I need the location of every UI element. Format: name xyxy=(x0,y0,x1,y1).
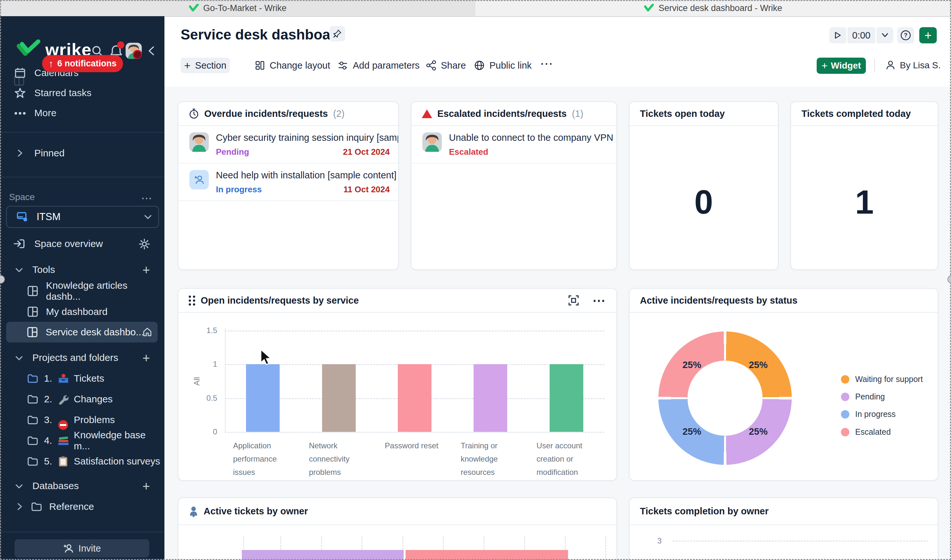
legend-dot xyxy=(841,375,849,383)
share-button[interactable]: Share xyxy=(426,58,466,73)
space-overview-icon xyxy=(13,238,26,249)
horizontal-bar-chart: Lisa Simpson xyxy=(179,525,616,560)
chevron-down-icon xyxy=(143,213,152,221)
space-more-icon[interactable]: ⋯ xyxy=(141,192,153,205)
itsm-space-icon xyxy=(17,212,28,222)
widget-overdue-incidents: Overdue incidents/requests (2) Cyber sec… xyxy=(178,101,399,270)
sidebar-item-pinned[interactable]: Pinned xyxy=(0,143,165,163)
sidebar-item-changes[interactable]: 2. Changes xyxy=(0,389,165,409)
share-icon xyxy=(426,60,436,71)
folder-icon xyxy=(27,457,38,466)
timer-dropdown-button[interactable] xyxy=(877,27,893,43)
bar-4[interactable] xyxy=(549,364,583,432)
add-project-icon[interactable]: + xyxy=(142,351,150,365)
bar-3[interactable] xyxy=(474,364,507,432)
gridline xyxy=(225,432,604,433)
bar-2[interactable] xyxy=(398,364,431,432)
sidebar-item-label: Satisfaction surveys xyxy=(74,456,160,467)
drag-handle-icon[interactable] xyxy=(189,295,195,306)
share-label: Share xyxy=(441,60,466,71)
section-label: Section xyxy=(195,60,226,71)
toolbar-more-button[interactable]: ⋯ xyxy=(540,56,554,71)
sidebar-item-more[interactable]: More xyxy=(0,103,165,123)
create-new-button[interactable]: + xyxy=(919,27,937,43)
gridline xyxy=(605,536,606,560)
widget-count: (2) xyxy=(333,108,345,119)
sidebar-section-databases[interactable]: Databases + xyxy=(0,476,165,496)
byline[interactable]: By Lisa S. xyxy=(886,58,941,73)
change-layout-button[interactable]: Change layout xyxy=(255,58,330,73)
task-title: Unable to connect to the company VPN [sa… xyxy=(449,132,616,143)
mouse-cursor xyxy=(259,349,273,366)
x-axis-label: Password reset xyxy=(385,439,451,452)
person-bust-icon xyxy=(189,506,199,517)
folder-icon xyxy=(27,436,38,445)
no-entry-icon xyxy=(58,420,68,430)
sidebar-item-problems[interactable]: 3. Problems xyxy=(0,410,165,430)
sidebar-item-knowledge-base[interactable]: 4. Knowledge base m... xyxy=(0,431,165,451)
legend-item: In progress xyxy=(841,409,896,419)
books-icon xyxy=(58,436,69,446)
clipboard-icon xyxy=(58,456,68,467)
sidebar: wrike ↑ 6 notifications Calenda xyxy=(0,16,165,560)
widget-more-icon[interactable]: ⋯ xyxy=(592,293,606,308)
legend-item: Waiting for support xyxy=(841,374,923,384)
sidebar-item-reference[interactable]: Reference xyxy=(0,497,165,517)
public-link-button[interactable]: Public link xyxy=(474,58,532,73)
add-section-button[interactable]: + Section xyxy=(181,58,230,73)
sidebar-item-knowledge-articles-dashboard[interactable]: Knowledge articles dashb... xyxy=(0,281,165,301)
bar-0[interactable] xyxy=(246,364,280,432)
globe-icon xyxy=(474,60,485,71)
sliders-icon xyxy=(337,60,348,71)
item-number: 2. xyxy=(44,394,52,405)
focus-icon[interactable] xyxy=(568,295,579,306)
sidebar-item-service-desk-dashboard[interactable]: Service desk dashbo... xyxy=(6,322,158,343)
sidebar-item-tickets[interactable]: 1. Tickets xyxy=(0,368,165,388)
task-row[interactable]: Need help with installation [sample cont… xyxy=(179,163,398,201)
sidebar-item-label: Space overview xyxy=(34,238,103,249)
sidebar-section-projects[interactable]: Projects and folders + xyxy=(0,348,165,368)
widget-title: Tickets completion by owner xyxy=(640,506,769,517)
help-button[interactable]: ? xyxy=(897,27,914,43)
slice-label: 25% xyxy=(749,426,768,437)
gridline xyxy=(225,331,604,331)
add-parameters-button[interactable]: Add parameters xyxy=(337,58,420,73)
sidebar-item-starred-tasks[interactable]: Starred tasks xyxy=(0,83,165,103)
gear-icon[interactable] xyxy=(138,238,150,250)
browser-tab-go-to-market[interactable]: Go-To-Market - Wrike xyxy=(0,0,476,16)
timer-display[interactable]: 0:00 xyxy=(848,27,875,43)
x-axis-label: Network connectivityproblems xyxy=(309,439,375,479)
bar-segment-Escalated[interactable] xyxy=(406,550,568,560)
avatar xyxy=(422,132,442,152)
sidebar-item-my-dashboard[interactable]: My dashboard xyxy=(0,302,165,322)
sidebar-item-space-overview[interactable]: Space overview xyxy=(0,234,165,254)
divider xyxy=(0,132,165,133)
invite-button[interactable]: Invite xyxy=(15,539,149,557)
add-widget-button[interactable]: + Widget xyxy=(817,58,866,74)
dashboard-icon xyxy=(27,286,38,297)
play-button[interactable] xyxy=(829,27,846,43)
due-date: 11 Oct 2024 xyxy=(343,185,390,195)
change-layout-label: Change layout xyxy=(269,60,330,71)
browser-tab-service-desk[interactable]: Service desk dashboard - Wrike xyxy=(476,0,951,16)
sidebar-item-label: Service desk dashbo... xyxy=(46,327,144,338)
status-badge: Escalated xyxy=(449,147,488,157)
bar-segment-Pending[interactable] xyxy=(242,550,404,560)
sidebar-item-label: Starred tasks xyxy=(34,88,92,98)
bar-1[interactable] xyxy=(322,364,356,432)
donut-ring[interactable] xyxy=(659,331,792,465)
plus-icon: + xyxy=(822,60,828,72)
notifications-pill[interactable]: ↑ 6 notifications xyxy=(42,55,123,72)
pin-button[interactable] xyxy=(329,26,345,42)
task-row[interactable]: Unable to connect to the company VPN [sa… xyxy=(411,126,616,163)
slice-label: 25% xyxy=(682,426,701,437)
add-tool-icon[interactable]: + xyxy=(142,263,150,277)
up-arrow-icon: ↑ xyxy=(49,58,54,69)
item-number: 3. xyxy=(44,414,52,425)
legend-label: Escalated xyxy=(855,427,891,437)
space-selector[interactable]: ITSM xyxy=(6,206,159,228)
add-database-icon[interactable]: + xyxy=(142,479,150,494)
sidebar-section-tools[interactable]: Tools + xyxy=(0,260,165,280)
task-row[interactable]: Cyber security training session inquiry … xyxy=(179,126,398,163)
sidebar-item-satisfaction-surveys[interactable]: 5. Satisfaction surveys xyxy=(0,451,165,471)
